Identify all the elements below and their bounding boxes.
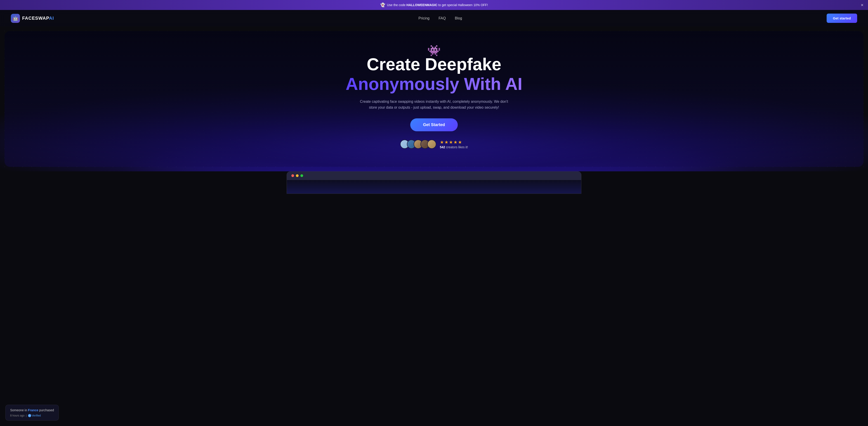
blog-link[interactable]: Blog: [455, 16, 462, 20]
preview-area: [276, 171, 592, 194]
nav-item-blog[interactable]: Blog: [455, 16, 462, 20]
nav-item-pricing[interactable]: Pricing: [418, 16, 430, 20]
star-rating: ★★★★★: [440, 139, 468, 145]
verified-icon: ✓: [28, 414, 31, 417]
toolbar-dot-maximize: [301, 174, 303, 177]
notification-time: 8 hours ago: [10, 414, 24, 417]
navbar: 🤖 FACESWAPAI Pricing FAQ Blog Get starte…: [0, 10, 868, 27]
notification-main-text: Someone in France purchased: [10, 408, 54, 413]
hero-subtitle: Create captivating face swapping videos …: [357, 99, 511, 110]
close-banner-button[interactable]: ×: [861, 3, 864, 7]
toolbar-dot-close: [291, 174, 294, 177]
logo-icon: 🤖: [11, 14, 20, 23]
nav-item-faq[interactable]: FAQ: [438, 16, 446, 20]
faq-link[interactable]: FAQ: [438, 16, 446, 20]
toolbar-dot-minimize: [296, 174, 299, 177]
hero-section: 👾 Create Deepfake Anonymously With AI Cr…: [0, 27, 868, 171]
social-proof: ★★★★★ 542 creators likes it!: [346, 139, 522, 149]
notification-meta: 8 hours ago | ✓ Verified: [10, 414, 54, 417]
hero-title-line2: Anonymously With AI: [346, 74, 522, 94]
bottom-section: [0, 171, 868, 199]
announcement-text: Use the code HALLOWEENMAGIC to get speci…: [387, 3, 488, 7]
nav-links: Pricing FAQ Blog: [418, 16, 462, 20]
notification-separator: |: [26, 414, 26, 417]
purchase-notification: Someone in France purchased 8 hours ago …: [5, 405, 59, 421]
preview-toolbar: [287, 172, 581, 180]
hero-cta-button[interactable]: Get Started: [410, 118, 458, 131]
hero-title-line1: Create Deepfake: [346, 55, 522, 74]
verified-badge: ✓ Verified: [28, 414, 41, 417]
preview-content: [287, 180, 581, 194]
verified-label: Verified: [32, 414, 41, 417]
promo-code: HALLOWEENMAGIC: [406, 3, 437, 7]
announcement-banner: 👻 Use the code HALLOWEENMAGIC to get spe…: [0, 0, 868, 10]
navbar-get-started-button[interactable]: Get started: [827, 13, 857, 23]
pricing-link[interactable]: Pricing: [418, 16, 430, 20]
ghost-icon: 👻: [380, 2, 385, 7]
notification-country: France: [28, 408, 38, 412]
preview-window: [287, 171, 581, 194]
social-text-area: ★★★★★ 542 creators likes it!: [440, 139, 468, 149]
creators-count: 542: [440, 145, 445, 149]
logo[interactable]: 🤖 FACESWAPAI: [11, 14, 54, 23]
avatar-stack: [400, 140, 436, 149]
avatar: [427, 140, 436, 149]
logo-text: FACESWAPAI: [22, 16, 54, 21]
hero-content: 👾 Create Deepfake Anonymously With AI Cr…: [346, 45, 522, 149]
creators-text: 542 creators likes it!: [440, 145, 468, 149]
